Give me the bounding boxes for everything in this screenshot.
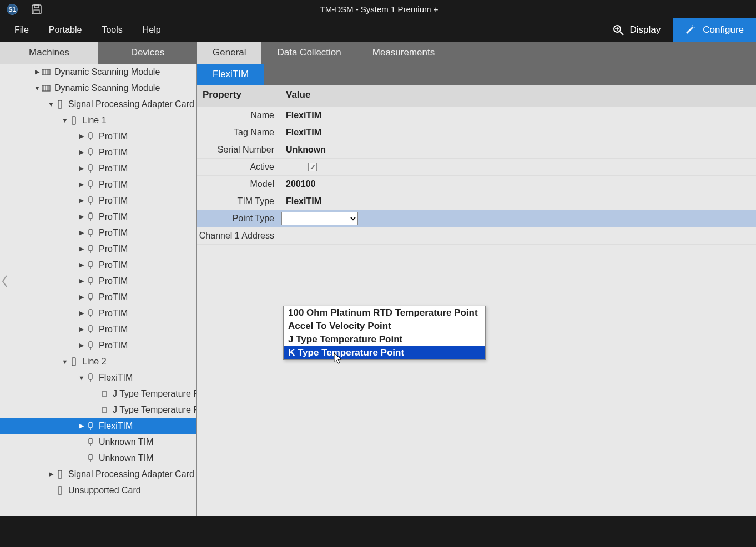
tree-expander-icon[interactable]: ▶ [47, 470, 55, 478]
tree-row[interactable]: ▶ProTIM [0, 209, 196, 225]
dropdown-option[interactable]: Accel To Velocity Point [284, 320, 485, 333]
prop-header-property: Property [197, 85, 280, 107]
top-tabs: Machines Devices General Data Collection… [0, 42, 756, 64]
tree-expander-icon[interactable]: ▼ [61, 358, 69, 365]
menu-tools[interactable]: Tools [92, 21, 132, 39]
tree-row[interactable]: ▶ProTIM [0, 176, 196, 193]
detail-tab-flexitim[interactable]: FlexiTIM [197, 64, 264, 85]
tab-general[interactable]: General [197, 42, 261, 64]
mode-configure-button[interactable]: Configure [673, 18, 756, 42]
tree-row[interactable]: ▶ProTIM [0, 273, 196, 289]
point-type-select[interactable] [281, 212, 358, 225]
tree-expander-icon[interactable]: ▶ [78, 133, 85, 140]
point-icon [99, 391, 109, 397]
tab-devices[interactable]: Devices [98, 42, 197, 64]
tree-expander-icon[interactable]: ▶ [78, 342, 85, 349]
tab-measurements[interactable]: Measurements [357, 42, 450, 64]
tim-icon [85, 293, 95, 302]
tree-row[interactable]: ▶ProTIM [0, 337, 196, 353]
tab-data-collection[interactable]: Data Collection [261, 42, 356, 64]
tree-expander-icon[interactable]: ▶ [78, 422, 85, 429]
tim-icon [85, 438, 95, 447]
tree-row[interactable]: J Type Temperature P [0, 386, 196, 402]
menu-portable[interactable]: Portable [39, 21, 92, 39]
tree-label: ProTIM [99, 276, 128, 286]
prop-value: Unknown [280, 145, 756, 155]
point-type-dropdown[interactable]: 100 Ohm Platinum RTD Temperature PointAc… [283, 306, 486, 360]
menu-file[interactable]: File [4, 21, 39, 39]
svg-rect-39 [89, 293, 92, 299]
tree-row[interactable]: Unknown TIM [0, 450, 196, 466]
tree-row[interactable]: ▼Line 2 [0, 353, 196, 369]
prop-value: FlexiTIM [280, 110, 756, 120]
tree-expander-icon[interactable]: ▶ [78, 197, 85, 204]
menu-left: File Portable Tools Help [4, 21, 171, 39]
tree-expander-icon[interactable]: ▶ [78, 293, 85, 301]
card-icon [69, 357, 79, 366]
device-tree[interactable]: ▶Dynamic Scanning Module▼Dynamic Scannin… [0, 64, 197, 547]
tree-row[interactable]: ▶ProTIM [0, 193, 196, 209]
tree-label: Signal Processing Adapter Card [68, 469, 194, 479]
menu-help[interactable]: Help [133, 21, 171, 39]
tree-label: ProTIM [99, 228, 128, 238]
tree-row[interactable]: ▼FlexiTIM [0, 369, 196, 386]
tree-row[interactable]: ▶ProTIM [0, 257, 196, 273]
svg-rect-1 [34, 5, 39, 8]
tree-expander-icon[interactable]: ▶ [78, 229, 85, 236]
tree-expander-icon[interactable]: ▶ [78, 181, 85, 188]
tree-row[interactable]: ▶ProTIM [0, 321, 196, 337]
tree-expander-icon[interactable]: ▼ [33, 85, 41, 92]
tree-row[interactable]: ▼Line 1 [0, 112, 196, 128]
prop-value[interactable] [280, 212, 756, 225]
tab-machines[interactable]: Machines [0, 42, 98, 64]
tree-row[interactable]: J Type Temperature P [0, 402, 196, 418]
tree-row[interactable]: ▶ProTIM [0, 241, 196, 257]
svg-rect-59 [58, 487, 62, 494]
tim-icon [85, 422, 95, 430]
tree-row[interactable]: ▶FlexiTIM [0, 418, 196, 434]
tree-expander-icon[interactable]: ▶ [78, 277, 85, 285]
tree-label: ProTIM [99, 308, 128, 318]
tree-expander-icon[interactable]: ▼ [47, 101, 55, 108]
tree-row[interactable]: ▶ProTIM [0, 128, 196, 144]
tree-label: J Type Temperature P [113, 405, 196, 415]
tree-expander-icon[interactable]: ▶ [78, 213, 85, 220]
prop-row: TIM TypeFlexiTIM [197, 193, 756, 210]
tree-expander-icon[interactable]: ▶ [33, 68, 41, 75]
tree-expander-icon[interactable]: ▶ [78, 245, 85, 252]
dropdown-option[interactable]: J Type Temperature Point [284, 333, 485, 346]
prop-value[interactable]: ✓ [280, 163, 756, 171]
tree-expander-icon[interactable]: ▶ [78, 165, 85, 172]
dropdown-option[interactable]: 100 Ohm Platinum RTD Temperature Point [284, 306, 485, 320]
active-checkbox[interactable]: ✓ [308, 163, 317, 171]
tree-expander-icon[interactable]: ▼ [61, 117, 69, 124]
svg-rect-50 [102, 392, 107, 396]
tree-row[interactable]: Unsupported Card [0, 482, 196, 498]
tree-row[interactable]: ▶Dynamic Scanning Module [0, 64, 196, 80]
tree-row[interactable]: ▶ProTIM [0, 225, 196, 241]
tree-row[interactable]: Unknown TIM [0, 434, 196, 450]
tree-expander-icon[interactable]: ▼ [78, 374, 85, 381]
mode-display-button[interactable]: Display [600, 18, 673, 42]
tree-label: ProTIM [99, 180, 128, 190]
tree-label: ProTIM [99, 131, 128, 141]
tree-row[interactable]: ▶ProTIM [0, 305, 196, 321]
tree-row[interactable]: ▼Dynamic Scanning Module [0, 80, 196, 96]
dropdown-option[interactable]: K Type Temperature Point [284, 346, 485, 359]
tree-expander-icon[interactable]: ▶ [78, 310, 85, 317]
collapse-chevron-icon[interactable] [1, 275, 9, 291]
prop-label: Channel 1 Address [197, 231, 280, 241]
svg-rect-23 [89, 165, 92, 170]
tim-icon [85, 277, 95, 286]
tree-expander-icon[interactable]: ▶ [78, 326, 85, 333]
tree-row[interactable]: ▶ProTIM [0, 144, 196, 160]
tree-row[interactable]: ▼Signal Processing Adapter Card [0, 96, 196, 112]
tree-row[interactable]: ▶ProTIM [0, 160, 196, 176]
tree-row[interactable]: ▶Signal Processing Adapter Card [0, 466, 196, 482]
save-icon[interactable] [31, 4, 42, 15]
svg-rect-2 [34, 10, 39, 13]
tree-expander-icon[interactable]: ▶ [78, 149, 85, 156]
tree-row[interactable]: ▶ProTIM [0, 289, 196, 305]
tree-expander-icon[interactable]: ▶ [78, 261, 85, 269]
tim-icon [85, 132, 95, 141]
